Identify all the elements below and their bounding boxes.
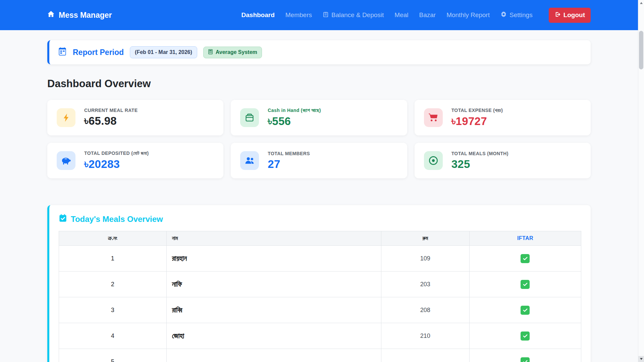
navbar: Mess Manager Dashboard Members Balance &… [0, 0, 638, 30]
cell-iftar [469, 349, 581, 362]
cell-iftar [469, 246, 581, 272]
iftar-checkbox[interactable] [521, 331, 530, 341]
nav-links: Dashboard Members Balance & Deposit Meal… [241, 11, 533, 19]
report-period-card: Report Period (Feb 01 - Mar 31, 2026) Av… [47, 40, 591, 64]
nav-item-label: Meal [394, 11, 408, 19]
stat-label: TOTAL MEALS (MONTH) [451, 151, 508, 156]
wallet-icon [240, 108, 259, 127]
column-header-name: নাম [166, 231, 381, 246]
scroll-down-button[interactable] [638, 356, 644, 362]
logout-icon [554, 11, 560, 19]
iftar-checkbox[interactable] [521, 254, 530, 263]
cell-room [381, 349, 469, 362]
nav-item-label: Bazar [419, 11, 436, 19]
nav-item-monthly-report[interactable]: Monthly Report [446, 11, 490, 19]
cell-name [166, 349, 381, 362]
scroll-up-button[interactable] [638, 0, 644, 6]
cell-name: রায়হান [166, 246, 381, 272]
vertical-scrollbar[interactable] [638, 0, 644, 362]
cell-iftar [469, 272, 581, 297]
stat-label: TOTAL EXPENSE (খরচ) [451, 108, 503, 113]
cell-sn: 5 [59, 349, 167, 362]
cell-sn: 4 [59, 323, 167, 349]
stat-card-total-meals: TOTAL MEALS (MONTH) 325 [415, 143, 591, 178]
nav-item-balance-deposit[interactable]: Balance & Deposit [323, 11, 384, 19]
cell-name: রাব্বি [166, 297, 381, 323]
table-row: 5 [59, 349, 581, 362]
cell-room: 210 [381, 323, 469, 349]
stat-value: ৳19727 [451, 115, 503, 128]
nav-item-members[interactable]: Members [285, 11, 312, 19]
stat-card-total-members: TOTAL MEMBERS 27 [231, 143, 407, 178]
iftar-checkbox[interactable] [521, 357, 530, 362]
table-row: 2 নাফি 203 [59, 272, 581, 297]
logout-label: Logout [564, 11, 585, 19]
system-badge: Average System [203, 47, 262, 58]
nav-item-label: Settings [509, 11, 533, 19]
todays-meals-title: Today's Meals Overview [59, 214, 581, 224]
piggy-bank-icon [57, 151, 75, 170]
clipboard-icon [323, 11, 329, 19]
table-row: 4 জোহা 210 [59, 323, 581, 349]
cart-icon [424, 108, 443, 127]
column-header-iftar: IFTAR [469, 231, 581, 246]
arrow-up-icon [640, 2, 643, 4]
home-icon [47, 10, 55, 20]
iftar-checkbox[interactable] [521, 306, 530, 315]
stat-value: 325 [451, 158, 508, 171]
system-badge-label: Average System [216, 49, 257, 55]
stat-value: ৳556 [268, 115, 321, 128]
calculator-icon [208, 49, 213, 56]
column-header-sn: ক্র.নং [59, 231, 167, 246]
stat-value: ৳20283 [84, 158, 149, 171]
nav-item-label: Balance & Deposit [331, 11, 384, 19]
stat-card-cash-in-hand: Cash in Hand (ক্যাশ আছে) ৳556 [231, 100, 407, 135]
stat-value: 27 [268, 158, 310, 171]
table-header-row: ক্র.নং নাম রুম IFTAR [59, 231, 581, 246]
cell-sn: 2 [59, 272, 167, 297]
stat-card-meal-rate: CURRENT MEAL RATE ৳65.98 [47, 100, 223, 135]
todays-meals-card: Today's Meals Overview ক্র.নং নাম রুম IF… [47, 205, 591, 362]
nav-item-meal[interactable]: Meal [394, 11, 408, 19]
table-row: 3 রাব্বি 208 [59, 297, 581, 323]
cell-room: 208 [381, 297, 469, 323]
nav-item-dashboard[interactable]: Dashboard [241, 11, 275, 19]
table-row: 1 রায়হান 109 [59, 246, 581, 272]
logout-button[interactable]: Logout [549, 8, 591, 23]
stat-label: Cash in Hand (ক্যাশ আছে) [268, 108, 321, 113]
nav-item-label: Monthly Report [446, 11, 490, 19]
calendar-icon [58, 47, 67, 57]
stat-card-total-expense: TOTAL EXPENSE (খরচ) ৳19727 [415, 100, 591, 135]
nav-item-label: Dashboard [241, 11, 275, 19]
nav-item-settings[interactable]: Settings [500, 11, 533, 19]
meals-table: ক্র.নং নাম রুম IFTAR 1 রায়হান 109 [59, 231, 581, 362]
arrow-down-icon [640, 358, 643, 360]
report-period-range-badge: (Feb 01 - Mar 31, 2026) [130, 46, 197, 58]
stat-label: CURRENT MEAL RATE [84, 108, 138, 113]
cell-sn: 3 [59, 297, 167, 323]
brand-label: Mess Manager [59, 11, 112, 20]
stat-card-total-deposited: TOTAL DEPOSITED (মোট জমা) ৳20283 [47, 143, 223, 178]
todays-meals-title-label: Today's Meals Overview [71, 215, 163, 224]
page-title: Dashboard Overview [47, 78, 591, 90]
stat-label: TOTAL DEPOSITED (মোট জমা) [84, 150, 149, 156]
brand[interactable]: Mess Manager [47, 10, 112, 20]
bullseye-icon [424, 151, 443, 170]
stat-label: TOTAL MEMBERS [268, 151, 310, 156]
iftar-checkbox[interactable] [521, 280, 530, 289]
cell-sn: 1 [59, 246, 167, 272]
stat-value: ৳65.98 [84, 115, 138, 128]
calendar-check-icon [59, 214, 67, 224]
cell-name: জোহা [166, 323, 381, 349]
nav-item-bazar[interactable]: Bazar [419, 11, 436, 19]
cell-room: 109 [381, 246, 469, 272]
cell-iftar [469, 297, 581, 323]
stats-grid: CURRENT MEAL RATE ৳65.98 Cash in Hand (ক… [47, 100, 591, 178]
report-period-title: Report Period [73, 48, 124, 57]
nav-item-label: Members [285, 11, 312, 19]
lightning-icon [57, 108, 75, 127]
cell-name: নাফি [166, 272, 381, 297]
scrollbar-thumb[interactable] [639, 31, 643, 69]
people-icon [240, 151, 259, 170]
cell-room: 203 [381, 272, 469, 297]
